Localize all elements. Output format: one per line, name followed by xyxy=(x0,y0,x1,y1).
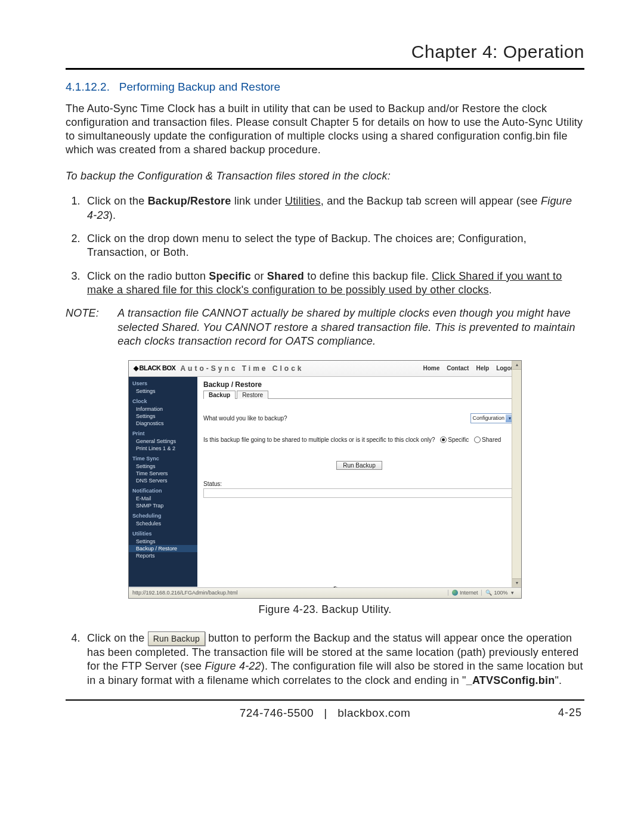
sidebar-head-users: Users xyxy=(129,379,197,388)
backup-type-select[interactable]: Configuration ▾ xyxy=(470,413,515,423)
step-1: Click on the Backup/Restore link under U… xyxy=(83,194,584,222)
section-number: 4.1.12.2. xyxy=(66,80,110,93)
sidebar-item-util-settings[interactable]: Settings xyxy=(129,538,197,545)
sidebar-item-backup-restore[interactable]: Backup / Restore xyxy=(129,545,197,552)
sidebar-head-timesync: Time Sync xyxy=(129,454,197,463)
hr-top xyxy=(66,68,584,70)
sidebar-head-utilities: Utilities xyxy=(129,529,197,538)
intro-paragraph: The Auto-Sync Time Clock has a built in … xyxy=(66,102,584,157)
sidebar-item-schedules[interactable]: Schedules xyxy=(129,520,197,527)
nav-home[interactable]: Home xyxy=(423,365,439,371)
app-header: BLACK BOX Auto-Sync Time Clock Home Cont… xyxy=(129,361,521,377)
footer-sep: | xyxy=(324,707,327,720)
status-label: Status: xyxy=(203,481,515,487)
radio-shared[interactable]: Shared xyxy=(474,436,501,444)
sidebar-item-general-settings[interactable]: General Settings xyxy=(129,438,197,445)
sidebar: Users Settings Clock Information Setting… xyxy=(129,377,197,587)
select-value: Configuration xyxy=(472,415,504,421)
status-box xyxy=(203,488,516,498)
nav-help[interactable]: Help xyxy=(476,365,489,371)
section-heading: 4.1.12.2. Performing Backup and Restore xyxy=(66,80,584,94)
embedded-app-window: BLACK BOX Auto-Sync Time Clock Home Cont… xyxy=(128,360,522,599)
scroll-down-icon[interactable]: ▾ xyxy=(512,578,521,587)
scrollbar[interactable]: ▴ ▾ xyxy=(512,361,521,587)
sidebar-item-information[interactable]: Information xyxy=(129,405,197,413)
status-zone: Internet xyxy=(460,590,478,596)
radio-question: Is this backup file going to be shared t… xyxy=(203,436,435,443)
note: NOTE: A transaction file CANNOT actually… xyxy=(66,306,584,348)
browser-statusbar: http://192.168.0.216/LFGAdmin/backup.htm… xyxy=(129,587,521,598)
step-2: Click on the drop down menu to select th… xyxy=(83,232,584,260)
step-3: Click on the radio button Specific or Sh… xyxy=(83,270,584,298)
note-label: NOTE: xyxy=(66,306,114,320)
chapter-title: Chapter 4: Operation xyxy=(66,42,584,62)
page-number: 4-25 xyxy=(558,707,582,719)
sidebar-head-clock: Clock xyxy=(129,397,197,405)
footer: 724-746-5500 | blackbox.com 4-25 xyxy=(66,699,584,720)
step-4: Click on the Run Backup button to perfor… xyxy=(83,631,584,688)
sidebar-head-print: Print xyxy=(129,429,197,438)
backup-question: What would you like to backup? xyxy=(203,415,287,422)
note-body: A transaction file CANNOT actually be sh… xyxy=(117,306,583,348)
section-title: Performing Backup and Restore xyxy=(119,80,280,93)
footer-phone: 724-746-5500 xyxy=(240,707,314,720)
zoom-icon: 🔍 xyxy=(485,590,492,596)
sidebar-item-reports[interactable]: Reports xyxy=(129,552,197,559)
status-url: http://192.168.0.216/LFGAdmin/backup.htm… xyxy=(132,590,448,596)
tab-backup[interactable]: Backup xyxy=(203,391,236,399)
footer-site: blackbox.com xyxy=(338,707,410,720)
sidebar-item-users-settings[interactable]: Settings xyxy=(129,388,197,395)
sidebar-item-print-lines[interactable]: Print Lines 1 & 2 xyxy=(129,445,197,452)
radio-specific[interactable]: Specific xyxy=(440,436,469,444)
nav-contact[interactable]: Contact xyxy=(447,365,469,371)
status-zoom: 100% xyxy=(494,590,507,596)
sidebar-item-snmp[interactable]: SNMP Trap xyxy=(129,502,197,509)
sidebar-item-clock-settings[interactable]: Settings xyxy=(129,413,197,420)
sidebar-item-dns-servers[interactable]: DNS Servers xyxy=(129,477,197,484)
sidebar-item-ts-settings[interactable]: Settings xyxy=(129,463,197,470)
tabs: Backup Restore xyxy=(203,390,515,399)
scroll-up-icon[interactable]: ▴ xyxy=(512,361,521,370)
sidebar-item-email[interactable]: E-Mail xyxy=(129,495,197,502)
sidebar-head-scheduling: Scheduling xyxy=(129,512,197,520)
panel-title: Backup / Restore xyxy=(203,380,515,389)
sidebar-item-time-servers[interactable]: Time Servers xyxy=(129,470,197,477)
run-backup-button[interactable]: Run Backup xyxy=(336,461,382,470)
figure-caption: Figure 4-23. Backup Utility. xyxy=(66,603,584,616)
lead-sentence: To backup the Configuration & Transactio… xyxy=(66,170,584,182)
brand-logo: BLACK BOX xyxy=(134,364,175,372)
sidebar-item-diagnostics[interactable]: Diagnostics xyxy=(129,420,197,427)
tab-restore[interactable]: Restore xyxy=(237,391,268,399)
app-title: Auto-Sync Time Clock xyxy=(180,364,423,373)
globe-icon xyxy=(452,590,458,596)
inline-run-backup-button: Run Backup xyxy=(148,631,205,646)
main-panel: Backup / Restore Backup Restore What wou… xyxy=(197,377,521,587)
sidebar-head-notification: Notification xyxy=(129,487,197,495)
